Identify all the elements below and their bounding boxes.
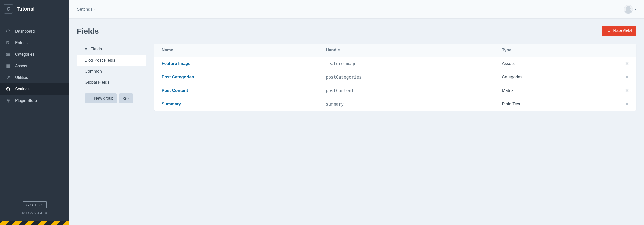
group-item-blog-post-fields[interactable]: Blog Post Fields [77,55,146,66]
sidebar-item-utilities[interactable]: Utilities [0,72,69,83]
chevron-down-icon: ▾ [128,97,130,100]
delete-icon[interactable]: ✕ [625,61,629,66]
sidebar-item-label: Plugin Store [15,98,37,103]
field-handle: postCategories [318,70,494,84]
col-handle[interactable]: Handle [318,44,494,57]
content: Fields ＋ New field All Fields Blog Post … [69,19,644,225]
delete-icon[interactable]: ✕ [625,88,629,93]
field-link-post-categories[interactable]: Post Categories [162,75,194,79]
col-type[interactable]: Type [494,44,618,57]
sidebar-item-label: Categories [15,52,34,57]
site-name[interactable]: Tutorial [17,6,35,12]
field-type: Assets [494,57,618,70]
sidebar-item-label: Dashboard [15,29,35,34]
page-title: Fields [77,27,99,35]
groups-sidebar: All Fields Blog Post Fields Common Globa… [77,44,146,111]
new-field-button[interactable]: ＋ New field [602,26,636,36]
button-label: New field [613,29,632,34]
col-name[interactable]: Name [154,44,318,57]
delete-icon[interactable]: ✕ [625,102,629,107]
field-link-feature-image[interactable]: Feature Image [162,61,190,66]
sidebar-item-label: Assets [15,64,27,68]
sidebar-header: C Tutorial [0,0,69,18]
dev-mode-stripe [0,221,69,225]
chevron-down-icon[interactable]: ▾ [635,8,636,11]
group-settings-button[interactable]: ▾ [119,93,133,103]
logo-icon: C [4,4,13,14]
sidebar: C Tutorial Dashboard Entries Categorie [0,0,69,225]
sidebar-item-assets[interactable]: Assets [0,60,69,72]
table-row: Post Content postContent Matrix ✕ [154,84,636,97]
delete-icon[interactable]: ✕ [625,75,629,80]
version-text: Craft CMS 3.4.10.1 [0,211,69,215]
sidebar-item-entries[interactable]: Entries [0,37,69,49]
field-type: Matrix [494,84,618,97]
sidebar-item-settings[interactable]: Settings [0,83,69,95]
main: Settings › ▾ Fields ＋ New field All Fiel… [69,0,644,225]
edition-badge[interactable]: SOLO [23,201,47,208]
group-list: All Fields Blog Post Fields Common Globa… [77,44,146,88]
fields-table: Name Handle Type Feature Image featureIm… [154,44,636,111]
field-type: Plain Text [494,97,618,111]
gear-icon [123,96,127,100]
sidebar-item-label: Settings [15,87,30,91]
table-row: Feature Image featureImage Assets ✕ [154,57,636,70]
plug-icon [5,98,11,104]
avatar[interactable] [624,5,633,14]
sidebar-item-label: Entries [15,41,28,45]
topbar: Settings › ▾ [69,0,644,19]
group-item-global-fields[interactable]: Global Fields [77,77,146,88]
col-actions [618,44,636,57]
sidebar-item-categories[interactable]: Categories [0,49,69,60]
folder-open-icon [5,51,11,58]
field-type: Categories [494,70,618,84]
group-item-all-fields[interactable]: All Fields [77,44,146,55]
plus-icon: ＋ [607,29,611,33]
gear-icon [5,86,11,92]
button-label: New group [94,96,113,101]
field-link-post-content[interactable]: Post Content [162,88,188,93]
gauge-icon [5,28,11,34]
chevron-right-icon: › [94,7,95,11]
group-item-common[interactable]: Common [77,66,146,77]
sidebar-item-plugin-store[interactable]: Plugin Store [0,95,69,106]
field-handle: featureImage [318,57,494,70]
page-header: Fields ＋ New field [77,26,636,36]
field-handle: summary [318,97,494,111]
table-row: Post Categories postCategories Categorie… [154,70,636,84]
wrench-icon [5,75,11,81]
sidebar-item-dashboard[interactable]: Dashboard [0,26,69,37]
new-group-button[interactable]: ＋ New group [85,93,117,103]
breadcrumb: Settings › [77,7,95,12]
table-row: Summary summary Plain Text ✕ [154,97,636,111]
primary-nav: Dashboard Entries Categories Assets [0,18,69,106]
field-handle: postContent [318,84,494,97]
sidebar-item-label: Utilities [15,75,28,80]
fields-panel: Name Handle Type Feature Image featureIm… [154,44,636,111]
plus-icon: ＋ [88,96,92,101]
newspaper-icon [5,40,11,46]
field-link-summary[interactable]: Summary [162,102,181,106]
image-icon [5,63,11,69]
breadcrumb-root[interactable]: Settings [77,7,92,12]
